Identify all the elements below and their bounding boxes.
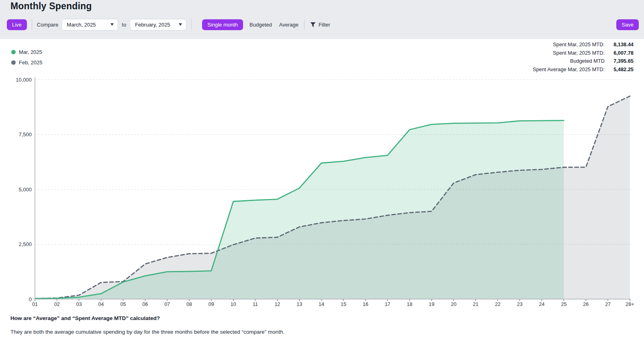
svg-text:27: 27 xyxy=(605,302,611,307)
svg-text:04: 04 xyxy=(98,302,104,307)
svg-text:25: 25 xyxy=(561,302,566,307)
stat-label: Spent Mar, 2025 MTD: xyxy=(553,41,605,47)
svg-text:11: 11 xyxy=(253,302,258,307)
svg-text:24: 24 xyxy=(539,302,545,307)
svg-text:05: 05 xyxy=(120,302,126,307)
stat-budgeted-mtd: Budgeted MTD 7,395.65 xyxy=(533,58,634,66)
stat-label: Spent Mar, 2025 MTD: xyxy=(553,50,605,56)
stat-spent-average-mtd: Spent Average Mar, 2025 MTD: 5,482.25 xyxy=(533,66,634,75)
stat-value: 7,395.65 xyxy=(606,58,634,64)
svg-text:18: 18 xyxy=(407,302,412,307)
svg-text:15: 15 xyxy=(341,302,346,307)
summary-stats: Spent Mar, 2025 MTD: 8,138.44 Spent Mar,… xyxy=(533,41,634,74)
svg-text:23: 23 xyxy=(517,302,523,307)
stat-value: 5,482.25 xyxy=(606,66,634,72)
svg-text:13: 13 xyxy=(296,302,302,307)
stat-label: Budgeted MTD xyxy=(570,58,605,64)
svg-text:0: 0 xyxy=(29,296,32,302)
svg-text:7,500: 7,500 xyxy=(18,131,32,138)
svg-text:2,500: 2,500 xyxy=(18,241,32,247)
legend-label: Mar, 2025 xyxy=(19,49,42,55)
svg-text:10,000: 10,000 xyxy=(16,77,32,83)
explanation-footer: How are “Average” and “Spent Average MTD… xyxy=(10,315,517,335)
svg-text:01: 01 xyxy=(32,302,38,307)
legend-item-mar[interactable]: Mar, 2025 xyxy=(11,47,43,57)
legend-label: Feb, 2025 xyxy=(19,60,43,66)
stat-spent-mtd: Spent Mar, 2025 MTD: 8,138.44 xyxy=(533,41,634,50)
explanation-answer: They are both the average cumulative spe… xyxy=(10,329,517,335)
svg-text:21: 21 xyxy=(473,302,478,307)
svg-text:22: 22 xyxy=(495,302,501,307)
svg-text:03: 03 xyxy=(76,302,82,307)
chart-legend: Mar, 2025 Feb, 2025 xyxy=(11,47,43,68)
svg-text:06: 06 xyxy=(142,302,148,307)
stat-value: 8,138.44 xyxy=(606,41,634,47)
stat-value: 6,007.78 xyxy=(606,50,634,56)
legend-item-feb[interactable]: Feb, 2025 xyxy=(11,57,43,68)
svg-text:16: 16 xyxy=(363,302,368,307)
svg-text:19: 19 xyxy=(429,302,434,307)
svg-text:20: 20 xyxy=(451,302,456,307)
svg-text:10: 10 xyxy=(231,302,236,307)
svg-text:5,000: 5,000 xyxy=(18,187,32,193)
svg-text:28+: 28+ xyxy=(626,302,634,307)
svg-text:14: 14 xyxy=(319,302,324,307)
stat-spent-compare-mtd: Spent Mar, 2025 MTD: 6,007.78 xyxy=(533,50,634,58)
legend-dot-gray-icon xyxy=(11,60,16,65)
stat-label: Spent Average Mar, 2025 MTD: xyxy=(533,66,605,72)
svg-text:17: 17 xyxy=(385,302,390,307)
svg-text:08: 08 xyxy=(186,302,192,307)
legend-dot-green-icon xyxy=(11,50,16,54)
svg-text:07: 07 xyxy=(164,302,170,307)
explanation-question: How are “Average” and “Spent Average MTD… xyxy=(10,315,517,321)
svg-text:26: 26 xyxy=(583,302,589,307)
svg-text:12: 12 xyxy=(274,302,280,307)
svg-text:02: 02 xyxy=(54,302,60,307)
svg-text:09: 09 xyxy=(209,302,214,307)
